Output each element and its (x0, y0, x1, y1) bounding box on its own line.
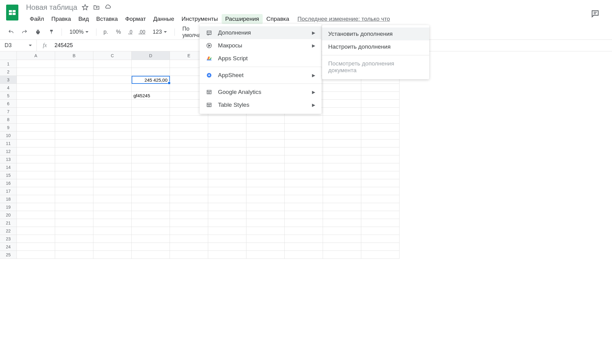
cell[interactable] (246, 195, 285, 203)
cell[interactable] (323, 187, 361, 195)
cell[interactable] (285, 251, 323, 259)
row-header[interactable]: 18 (0, 195, 17, 203)
cell[interactable] (132, 139, 170, 147)
cell[interactable] (285, 116, 323, 124)
row-header[interactable]: 15 (0, 171, 17, 179)
cell[interactable] (361, 219, 400, 227)
cell[interactable] (55, 171, 93, 179)
cell[interactable] (93, 187, 132, 195)
cell[interactable] (55, 132, 93, 139)
decrease-decimal-button[interactable]: .0 (127, 27, 133, 37)
cell[interactable] (17, 155, 55, 163)
row-header[interactable]: 8 (0, 116, 17, 124)
cell[interactable] (93, 155, 132, 163)
cell[interactable] (17, 76, 55, 84)
cell[interactable] (170, 227, 208, 235)
menu-help[interactable]: Справка (263, 14, 293, 24)
cell[interactable] (208, 195, 246, 203)
row-header[interactable]: 22 (0, 227, 17, 235)
star-icon[interactable] (82, 4, 88, 11)
cell[interactable] (285, 243, 323, 251)
cell[interactable] (323, 211, 361, 219)
cell[interactable] (170, 116, 208, 124)
cell[interactable] (93, 211, 132, 219)
cell[interactable] (17, 92, 55, 100)
cell[interactable] (208, 203, 246, 211)
cell[interactable] (55, 219, 93, 227)
cell[interactable] (17, 235, 55, 243)
submenu-configure-addons[interactable]: Настроить дополнения (322, 40, 429, 53)
cell[interactable] (93, 60, 132, 68)
cell[interactable]: 245 425,00 (132, 76, 170, 84)
zoom-dropdown[interactable]: 100% (67, 28, 91, 36)
cell[interactable] (55, 92, 93, 100)
cell[interactable] (132, 195, 170, 203)
menu-insert[interactable]: Вставка (92, 14, 122, 24)
cell[interactable] (17, 68, 55, 76)
row-header[interactable]: 25 (0, 251, 17, 259)
submenu-install-addons[interactable]: Установить дополнения (322, 28, 429, 40)
cell[interactable] (323, 235, 361, 243)
cell[interactable] (17, 60, 55, 68)
row-header[interactable]: 9 (0, 124, 17, 132)
cell[interactable] (208, 139, 246, 147)
cell[interactable] (246, 171, 285, 179)
cell[interactable] (208, 251, 246, 259)
cell[interactable] (93, 203, 132, 211)
cell[interactable] (361, 211, 400, 219)
cell[interactable] (208, 235, 246, 243)
cell[interactable] (208, 163, 246, 171)
cloud-status-icon[interactable] (104, 4, 111, 11)
row-header[interactable]: 6 (0, 100, 17, 108)
row-header[interactable]: 12 (0, 147, 17, 155)
cell[interactable] (93, 227, 132, 235)
cell[interactable] (170, 203, 208, 211)
cell[interactable] (132, 171, 170, 179)
row-header[interactable]: 24 (0, 243, 17, 251)
cell[interactable] (93, 235, 132, 243)
cell[interactable] (361, 187, 400, 195)
cell[interactable] (246, 179, 285, 187)
cell[interactable] (55, 227, 93, 235)
cell[interactable] (55, 68, 93, 76)
cell[interactable] (132, 251, 170, 259)
cell[interactable] (17, 227, 55, 235)
menu-apps-script[interactable]: Apps Script (200, 52, 321, 65)
cell[interactable] (246, 203, 285, 211)
cell[interactable] (55, 251, 93, 259)
row-header[interactable]: 21 (0, 219, 17, 227)
cell[interactable] (93, 108, 132, 116)
cell[interactable] (361, 92, 400, 100)
cell[interactable] (55, 235, 93, 243)
column-header[interactable]: C (93, 51, 132, 60)
cell[interactable] (55, 147, 93, 155)
cell[interactable] (17, 251, 55, 259)
cell[interactable] (323, 139, 361, 147)
row-header[interactable]: 20 (0, 211, 17, 219)
cell-name-box[interactable]: D3 (0, 40, 37, 51)
menu-table-styles[interactable]: Table Styles ▶ (200, 98, 321, 111)
cell[interactable] (17, 187, 55, 195)
cell[interactable] (323, 163, 361, 171)
menu-addons[interactable]: Дополнения ▶ (200, 26, 321, 39)
row-header[interactable]: 10 (0, 132, 17, 139)
cell[interactable] (246, 147, 285, 155)
menu-format[interactable]: Формат (122, 14, 150, 24)
cell[interactable] (55, 108, 93, 116)
cell[interactable] (361, 243, 400, 251)
select-all-corner[interactable] (0, 51, 17, 60)
cell[interactable] (323, 100, 361, 108)
cell[interactable] (55, 179, 93, 187)
cell[interactable] (55, 60, 93, 68)
cell[interactable] (55, 116, 93, 124)
cell[interactable] (93, 195, 132, 203)
cell[interactable] (285, 124, 323, 132)
cell[interactable] (93, 84, 132, 92)
cell[interactable] (361, 227, 400, 235)
cell[interactable] (93, 139, 132, 147)
cell[interactable] (323, 179, 361, 187)
menu-extensions[interactable]: Расширения (222, 14, 263, 24)
cell[interactable] (17, 243, 55, 251)
cell[interactable] (246, 187, 285, 195)
cell[interactable] (208, 179, 246, 187)
